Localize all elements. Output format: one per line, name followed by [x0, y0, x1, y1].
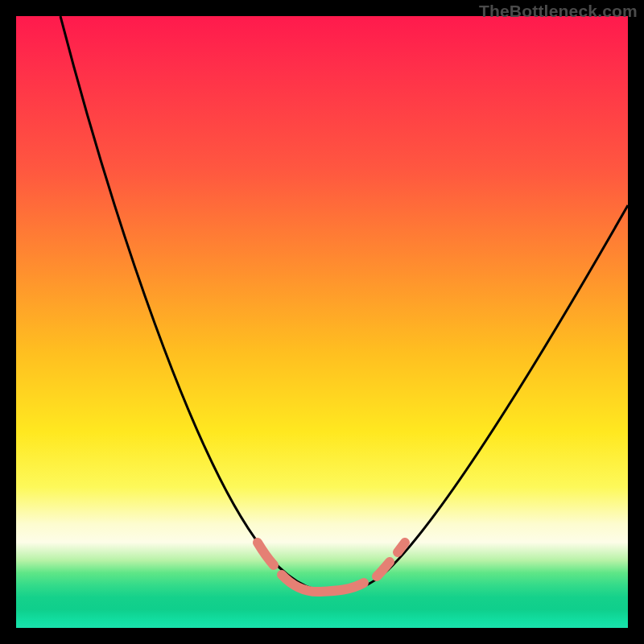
chart-background-gradient	[16, 16, 628, 628]
watermark-text: TheBottleneck.com	[479, 2, 638, 21]
chart-frame	[16, 16, 628, 628]
